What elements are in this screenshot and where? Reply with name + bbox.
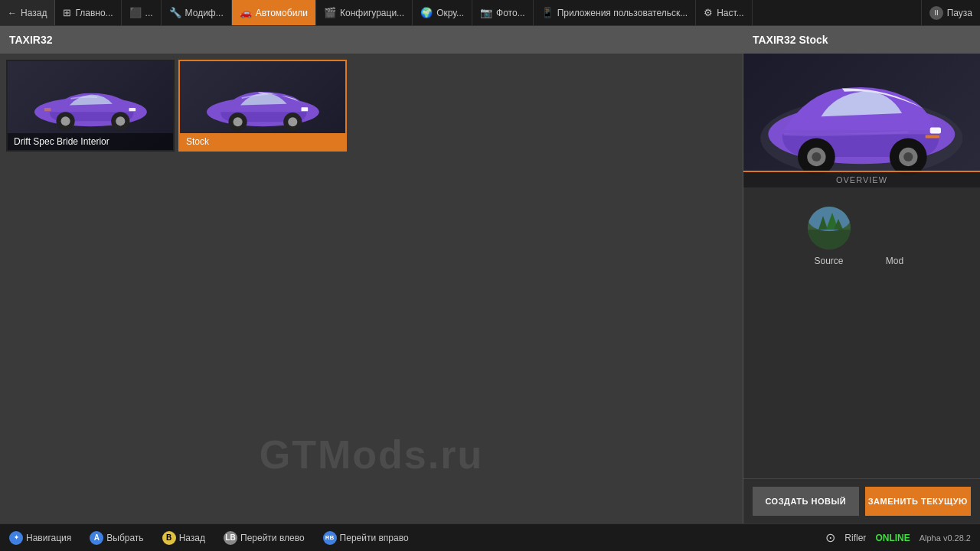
tab-apps-label: Приложения пользовательск... bbox=[557, 8, 688, 18]
back-badge: B bbox=[162, 531, 176, 545]
bottom-right: ⊙ Rifler ONLINE Alpha v0.28.2 bbox=[825, 530, 971, 545]
right-panel-title: TAXIR32 Stock bbox=[753, 34, 828, 46]
tab-settings[interactable]: ⚙ Наст... bbox=[696, 0, 753, 25]
svg-point-20 bbox=[903, 152, 913, 161]
tab2-label: ... bbox=[145, 8, 153, 18]
car-stock-svg bbox=[197, 74, 329, 136]
tab-main[interactable]: ⊞ Главно... bbox=[55, 0, 121, 25]
source-mod-row: Source Mod bbox=[755, 199, 969, 274]
svg-point-2 bbox=[60, 117, 70, 126]
cars-grid: Drift Spec Bride Interior bbox=[0, 54, 743, 158]
tab-photo-label: Фото... bbox=[496, 8, 525, 18]
tab-main-label: Главно... bbox=[75, 8, 113, 18]
pause-button[interactable]: ⏸ Пауза bbox=[921, 0, 980, 25]
bottom-bar: ✦ Навигация A Выбрать B Назад LB Перейти… bbox=[0, 523, 980, 551]
pause-circle-icon: ⏸ bbox=[929, 6, 943, 20]
source-thumbnail bbox=[808, 207, 851, 249]
tab-photo[interactable]: 📷 Фото... bbox=[472, 0, 534, 25]
tab-environ-label: Окру... bbox=[436, 8, 464, 18]
steam-icon: ⊙ bbox=[825, 530, 835, 545]
cars-icon: 🚗 bbox=[240, 7, 252, 18]
version-label: Alpha v0.28.2 bbox=[920, 533, 971, 543]
select-badge: A bbox=[90, 531, 103, 545]
back-action-label: Назад bbox=[179, 533, 205, 543]
photo-icon: 📷 bbox=[480, 7, 492, 18]
watermark: GTMods.ru bbox=[260, 432, 483, 478]
car-drift-label: Drift Spec Bride Interior bbox=[8, 133, 173, 150]
tab-config-label: Конфигураци... bbox=[340, 8, 404, 18]
action-prev: LB Перейти влево bbox=[224, 531, 305, 545]
tab-config[interactable]: 🎬 Конфигураци... bbox=[316, 0, 413, 25]
svg-rect-12 bbox=[301, 108, 308, 112]
svg-rect-5 bbox=[129, 108, 136, 111]
svg-rect-24 bbox=[808, 230, 851, 249]
car-card-stock[interactable]: Stock bbox=[178, 60, 347, 152]
right-panel-header: TAXIR32 Stock bbox=[743, 26, 980, 54]
source-label: Source bbox=[814, 256, 843, 266]
nav-badge: ✦ bbox=[9, 531, 23, 545]
prev-label: Перейти влево bbox=[240, 533, 305, 543]
left-panel: TAXIR32 bbox=[0, 26, 743, 523]
svg-point-17 bbox=[812, 152, 821, 161]
tab-cars-label: Автомобили bbox=[256, 8, 308, 18]
tab-environ[interactable]: 🌍 Окру... bbox=[413, 0, 472, 25]
mod-placeholder bbox=[874, 207, 916, 249]
car-card-drift[interactable]: Drift Spec Bride Interior bbox=[6, 60, 175, 152]
action-back: B Назад bbox=[162, 531, 205, 545]
mod-label: Mod bbox=[886, 256, 903, 266]
tab-apps[interactable]: 📱 Приложения пользовательск... bbox=[534, 0, 697, 25]
left-panel-header: TAXIR32 bbox=[0, 26, 743, 54]
action-navigation: ✦ Навигация bbox=[9, 531, 71, 545]
apps-icon: 📱 bbox=[541, 7, 554, 18]
car-preview-svg bbox=[748, 60, 975, 181]
svg-point-11 bbox=[288, 118, 297, 127]
car-stock-label: Stock bbox=[180, 133, 345, 150]
action-select: A Выбрать bbox=[90, 531, 143, 545]
environ-icon: 🌍 bbox=[420, 7, 433, 18]
tab-cars[interactable]: 🚗 Автомобили bbox=[232, 0, 316, 25]
back-label: Назад bbox=[21, 8, 47, 18]
svg-point-9 bbox=[233, 118, 242, 127]
settings-icon: ⚙ bbox=[704, 7, 713, 18]
nav-label: Навигация bbox=[26, 533, 71, 543]
main-layout: TAXIR32 bbox=[0, 26, 980, 523]
user-label: Rifler bbox=[844, 533, 866, 543]
overview-label: OVERVIEW bbox=[743, 171, 980, 187]
svg-point-4 bbox=[116, 117, 125, 126]
prev-badge: LB bbox=[224, 531, 237, 545]
select-label: Выбрать bbox=[106, 533, 143, 543]
right-panel-content: Source Mod bbox=[743, 187, 980, 478]
tab2-icon: ⬛ bbox=[129, 7, 142, 18]
tab-mods-label: Модиф... bbox=[185, 8, 224, 18]
car-preview: OVERVIEW bbox=[743, 54, 980, 187]
svg-rect-21 bbox=[930, 127, 941, 133]
tab-mods[interactable]: 🔧 Модиф... bbox=[162, 0, 232, 25]
mods-icon: 🔧 bbox=[169, 7, 181, 18]
car-drift-svg bbox=[24, 74, 157, 136]
top-nav-bar: ← Назад ⊞ Главно... ⬛ ... 🔧 Модиф... 🚗 А… bbox=[0, 0, 980, 26]
source-icon bbox=[808, 207, 851, 249]
right-panel: TAXIR32 Stock bbox=[743, 26, 980, 523]
mod-item: Mod bbox=[874, 207, 916, 266]
left-panel-title: TAXIR32 bbox=[9, 34, 53, 46]
next-badge: RB bbox=[323, 531, 337, 545]
replace-current-button[interactable]: ЗАМЕНИТЬ ТЕКУЩУЮ bbox=[865, 487, 972, 516]
config-icon: 🎬 bbox=[324, 7, 336, 18]
online-status: ONLINE bbox=[875, 533, 910, 543]
source-item: Source bbox=[808, 207, 851, 266]
back-arrow-icon: ← bbox=[8, 8, 17, 18]
tab-2[interactable]: ⬛ ... bbox=[122, 0, 162, 25]
svg-rect-6 bbox=[44, 108, 51, 111]
back-button[interactable]: ← Назад bbox=[0, 0, 55, 25]
create-new-button[interactable]: СОЗДАТЬ НОВЫЙ bbox=[753, 487, 859, 516]
next-label: Перейти вправо bbox=[340, 533, 409, 543]
right-panel-buttons: СОЗДАТЬ НОВЫЙ ЗАМЕНИТЬ ТЕКУЩУЮ bbox=[743, 478, 980, 523]
action-next: RB Перейти вправо bbox=[323, 531, 409, 545]
svg-rect-22 bbox=[926, 135, 939, 138]
pause-label: Пауза bbox=[947, 8, 972, 18]
main-icon: ⊞ bbox=[63, 7, 71, 18]
tab-settings-label: Наст... bbox=[717, 8, 744, 18]
